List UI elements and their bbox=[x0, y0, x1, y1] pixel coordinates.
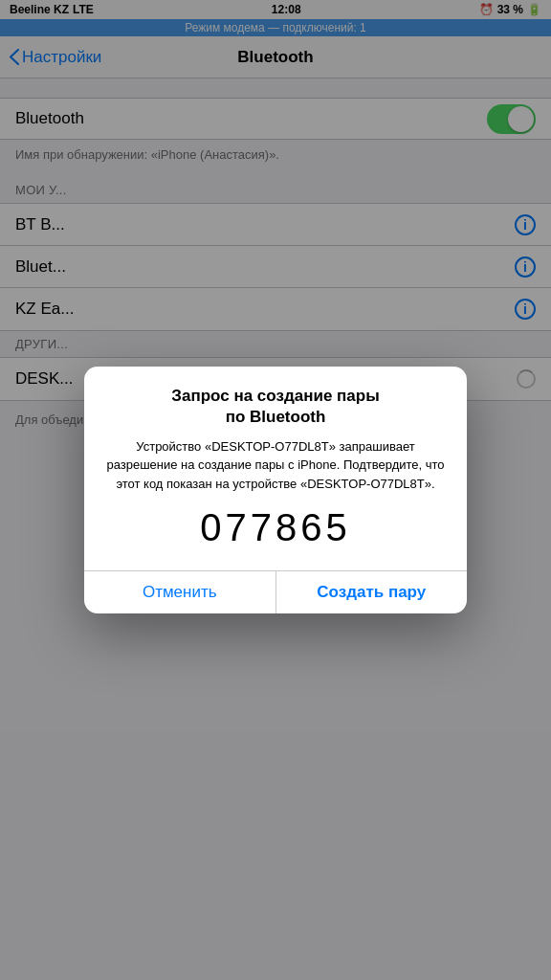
dialog-title: Запрос на создание парыпо Bluetooth bbox=[103, 386, 448, 428]
dialog-buttons: Отменить Создать пару bbox=[84, 571, 467, 613]
dialog-body: Запрос на создание парыпо Bluetooth Устр… bbox=[84, 367, 467, 571]
cancel-button[interactable]: Отменить bbox=[84, 571, 276, 613]
dialog-overlay: Запрос на создание парыпо Bluetooth Устр… bbox=[0, 0, 551, 980]
confirm-pair-button[interactable]: Создать пару bbox=[276, 571, 468, 613]
dialog-message: Устройство «DESKTOP-O77DL8T» запрашивает… bbox=[103, 437, 448, 494]
pairing-code: 077865 bbox=[103, 506, 448, 549]
bluetooth-pair-dialog: Запрос на создание парыпо Bluetooth Устр… bbox=[84, 367, 467, 614]
